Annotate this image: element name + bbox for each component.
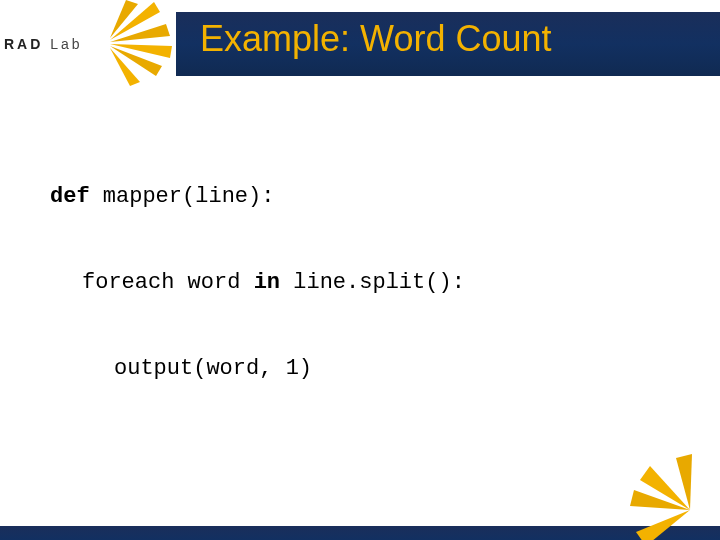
keyword-in: in — [254, 270, 280, 295]
code-line: def mapper(line): — [50, 183, 670, 212]
svg-marker-7 — [630, 490, 690, 510]
code-text: foreach word — [82, 270, 254, 295]
logo-text: RAD Lab — [4, 36, 83, 52]
keyword-def: def — [50, 184, 90, 209]
slide-footer — [0, 526, 720, 540]
code-text: line.split(): — [280, 270, 465, 295]
code-line: foreach word in line.split(): — [50, 269, 670, 298]
svg-marker-5 — [110, 0, 138, 38]
slide-title: Example: Word Count — [200, 18, 552, 60]
code-block: def mapper(line): foreach word in line.s… — [50, 126, 670, 540]
logo-text-right: Lab — [50, 36, 82, 52]
slide-content: def mapper(line): foreach word in line.s… — [0, 86, 720, 540]
logo-text-left: RAD — [4, 36, 43, 52]
svg-marker-8 — [636, 510, 690, 540]
blank-line — [50, 441, 670, 469]
slide-header: RAD Lab Example: Word Count — [0, 0, 720, 86]
footer-accent-icon — [630, 450, 720, 540]
code-line: output(word, 1) — [50, 355, 670, 384]
code-text: mapper(line): — [90, 184, 275, 209]
logo: RAD Lab — [0, 34, 160, 54]
